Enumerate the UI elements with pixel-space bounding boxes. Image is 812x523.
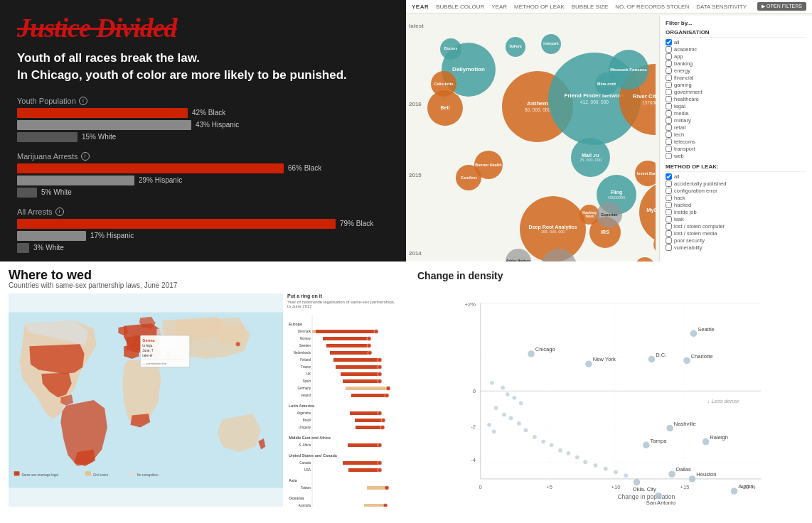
- method-option-inside[interactable]: inside job: [666, 209, 806, 215]
- org-option-academic[interactable]: academic: [666, 46, 806, 53]
- svg-text:Taiwan: Taiwan: [301, 486, 311, 490]
- dafont-bubble[interactable]: DaFont: [506, 37, 525, 57]
- org-option-all[interactable]: all: [666, 39, 806, 45]
- svg-point-40: [378, 358, 382, 362]
- svg-rect-26: [312, 330, 316, 333]
- svg-point-34: [367, 344, 371, 348]
- bar-row: 17% Hispanic: [17, 231, 389, 241]
- svg-rect-54: [351, 394, 387, 397]
- youth-population-label: Youth Population i: [17, 97, 389, 105]
- org-option-government[interactable]: government: [666, 89, 806, 95]
- svg-text:USA: USA: [304, 468, 311, 472]
- marijuana-label: Marijuana Arrests i: [17, 152, 389, 161]
- method-option-poor-security[interactable]: poor security: [666, 237, 806, 244]
- scatter-plot-panel: Change in density +2% 0 -2 -4 0 +5 +10 +…: [406, 262, 812, 523]
- org-option-military[interactable]: military: [666, 117, 806, 124]
- data-sensitivity-header: DATA SENSITIVITY: [696, 4, 747, 10]
- carefirst-bubble[interactable]: Carefirst: [456, 165, 481, 190]
- svg-point-143: [509, 416, 513, 420]
- svg-point-128: [689, 475, 696, 482]
- chart-subtitle: Year of nationwide legalisation of same-…: [287, 300, 397, 308]
- bar-row: 29% Hispanic: [17, 176, 389, 185]
- svg-text:+5: +5: [546, 484, 552, 490]
- svg-point-52: [386, 387, 390, 391]
- brazers-bubble[interactable]: Brazers: [440, 38, 461, 60]
- method-option-hacked[interactable]: hacked: [666, 202, 806, 208]
- svg-point-153: [575, 455, 579, 460]
- svg-rect-15: [129, 471, 135, 475]
- svg-text:Okla. City: Okla. City: [633, 486, 656, 492]
- bar-label: 43% Hispanic: [196, 121, 239, 129]
- svg-rect-45: [341, 372, 380, 376]
- bar-label: 5% White: [41, 188, 72, 196]
- bar-black-youth: [17, 108, 188, 118]
- svg-text:Dallas: Dallas: [676, 466, 691, 473]
- org-option-energy[interactable]: energy: [666, 68, 806, 74]
- org-option-media[interactable]: media: [666, 110, 806, 117]
- org-option-retail[interactable]: retail: [666, 124, 806, 131]
- svg-text:Ireland: Ireland: [301, 394, 311, 397]
- svg-rect-30: [323, 337, 369, 340]
- method-option-vulnerability[interactable]: vulnerability: [666, 244, 806, 251]
- bar-label: 17% Hispanic: [90, 232, 134, 239]
- mailru-bubble[interactable]: Mail .ru 25, 000, 000: [571, 138, 610, 177]
- wed-chart-sidebar: Put a ring on it Year of nationwide lega…: [287, 293, 397, 507]
- justice-divided-panel: Justice Divided Youth of all races break…: [0, 0, 406, 262]
- invest-bank-bubble[interactable]: Invest Bank: [635, 161, 656, 186]
- svg-text:— connection line: — connection line: [142, 362, 166, 365]
- experian-bubble[interactable]: Experian: [597, 202, 622, 227]
- svg-point-151: [558, 448, 562, 453]
- org-option-legal[interactable]: legal: [666, 103, 806, 109]
- wed-subtitle: Countries with same-sex partnership laws…: [9, 281, 397, 289]
- org-option-app[interactable]: app: [666, 53, 806, 60]
- svg-point-132: [655, 492, 662, 500]
- method-option-all[interactable]: all: [666, 173, 806, 180]
- bar-label: 66% Black: [288, 164, 321, 172]
- svg-point-59: [378, 411, 382, 416]
- svg-rect-33: [326, 344, 369, 347]
- svg-point-76: [378, 468, 382, 473]
- method-option-lost-computer[interactable]: lost / stolen computer: [666, 223, 806, 230]
- svg-point-118: [683, 357, 690, 365]
- org-option-web[interactable]: web: [666, 153, 806, 159]
- info-icon: i: [79, 97, 87, 105]
- interpark-bubble[interactable]: interpark: [541, 34, 561, 54]
- svg-text:Asia: Asia: [289, 478, 298, 482]
- cellebrite-bubble[interactable]: Celle-brite: [431, 71, 456, 97]
- org-option-tech[interactable]: tech: [666, 131, 806, 138]
- svg-rect-79: [367, 486, 387, 490]
- svg-text:Germany: Germany: [297, 387, 311, 390]
- svg-point-156: [604, 467, 608, 471]
- bar-label: 29% Hispanic: [139, 176, 182, 184]
- filter-by-label: Filter by...: [666, 20, 806, 26]
- open-filters-button[interactable]: ▶ OPEN FILTERS: [757, 2, 806, 11]
- myspace-bubble[interactable]: MySpace / T-mobile 164, 000, 000: [639, 180, 656, 244]
- svg-text:No recognition: No recognition: [137, 473, 159, 477]
- org-option-gaming[interactable]: gaming: [666, 82, 806, 88]
- svg-text:+10: +10: [611, 484, 621, 490]
- org-option-healthcare[interactable]: healthcare: [666, 96, 806, 102]
- org-option-transport[interactable]: transport: [666, 146, 806, 152]
- svg-point-138: [506, 392, 510, 397]
- svg-text:-2: -2: [471, 424, 476, 430]
- marijuana-arrests-section: Marijuana Arrests i 66% Black 29% Hispan…: [17, 152, 389, 198]
- bar-row: 43% Hispanic: [17, 120, 389, 130]
- method-option-leak[interactable]: leak: [666, 216, 806, 222]
- org-option-banking[interactable]: banking: [666, 60, 806, 67]
- org-option-financial[interactable]: financial: [666, 75, 806, 81]
- method-option-lost-media[interactable]: lost / stolen media: [666, 230, 806, 237]
- svg-point-73: [378, 461, 382, 465]
- minecraft-bubble[interactable]: Mine-craft: [595, 72, 618, 95]
- bar-hispanic-youth: [17, 120, 191, 130]
- bar-hispanic-arrests: [17, 231, 86, 241]
- svg-point-130: [634, 479, 641, 486]
- method-option-config[interactable]: configuration error: [666, 188, 806, 194]
- org-option-telecoms[interactable]: telecoms: [666, 139, 806, 145]
- organisation-section-title: ORGANISATION: [666, 29, 806, 38]
- svg-rect-58: [350, 411, 380, 415]
- svg-text:+2%: +2%: [465, 301, 476, 308]
- method-option-hack[interactable]: hack: [666, 195, 806, 201]
- justice-title: Justice Divided: [17, 14, 389, 41]
- method-option-accidental[interactable]: accidentally published: [666, 180, 806, 187]
- svg-point-126: [668, 471, 675, 478]
